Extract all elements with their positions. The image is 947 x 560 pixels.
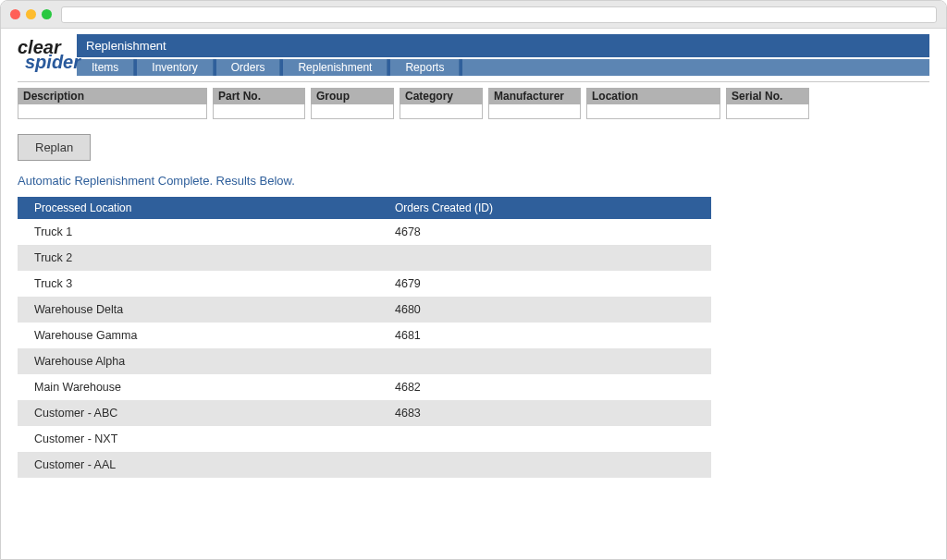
table-row: Customer - NXT <box>18 426 711 452</box>
filter-description: Description <box>18 88 207 119</box>
filter-row: DescriptionPart No.GroupCategoryManufact… <box>18 88 929 119</box>
menu-item-reports[interactable]: Reports <box>390 59 460 76</box>
maximize-icon[interactable] <box>42 9 52 19</box>
cell-location: Truck 1 <box>18 219 378 245</box>
cell-order-id <box>378 452 711 478</box>
filter-location: Location <box>586 88 720 119</box>
table-row: Truck 34679 <box>18 271 711 297</box>
table-row: Warehouse Alpha <box>18 348 711 374</box>
filter-label: Serial No. <box>726 88 809 104</box>
cell-order-id: 4683 <box>378 400 711 426</box>
menu-bar: ItemsInventoryOrdersReplenishmentReports <box>77 59 929 76</box>
cell-location: Main Warehouse <box>18 374 378 400</box>
logo-line2: spider <box>25 55 80 70</box>
filter-serial-no-: Serial No. <box>726 88 809 119</box>
filter-manufacturer: Manufacturer <box>488 88 581 119</box>
cell-location: Truck 2 <box>18 245 378 271</box>
menu-item-replenishment[interactable]: Replenishment <box>283 59 387 76</box>
filter-label: Location <box>586 88 720 104</box>
menu-fill <box>462 59 929 76</box>
table-row: Warehouse Delta4680 <box>18 297 711 323</box>
filter-input[interactable] <box>726 104 809 119</box>
url-bar[interactable] <box>61 6 937 23</box>
cell-order-id <box>378 348 711 374</box>
status-message: Automatic Replenishment Complete. Result… <box>18 174 929 188</box>
close-icon[interactable] <box>10 9 20 19</box>
cell-location: Truck 3 <box>18 271 378 297</box>
col-header-location: Processed Location <box>18 197 378 219</box>
nav: Replenishment ItemsInventoryOrdersReplen… <box>77 34 929 76</box>
filter-input[interactable] <box>488 104 581 119</box>
filter-input[interactable] <box>213 104 305 119</box>
cell-order-id: 4678 <box>378 219 711 245</box>
menu-item-items[interactable]: Items <box>77 59 134 76</box>
browser-chrome <box>1 1 946 29</box>
cell-order-id: 4681 <box>378 323 711 348</box>
cell-location: Warehouse Alpha <box>18 348 378 374</box>
cell-order-id: 4680 <box>378 297 711 323</box>
cell-order-id: 4679 <box>378 271 711 297</box>
filter-label: Category <box>400 88 483 104</box>
cell-order-id: 4682 <box>378 374 711 400</box>
menu-item-inventory[interactable]: Inventory <box>137 59 213 76</box>
page-content: clear spider Replenishment ItemsInventor… <box>1 29 946 559</box>
replan-button[interactable]: Replan <box>18 134 91 161</box>
table-row: Customer - AAL <box>18 452 711 478</box>
cell-order-id <box>378 426 711 452</box>
divider <box>18 81 929 82</box>
cell-location: Customer - AAL <box>18 452 378 478</box>
table-row: Truck 14678 <box>18 219 711 245</box>
filter-category: Category <box>400 88 483 119</box>
cell-location: Customer - NXT <box>18 426 378 452</box>
filter-label: Description <box>18 88 207 104</box>
results-table: Processed Location Orders Created (ID) T… <box>18 197 711 478</box>
filter-group: Group <box>311 88 394 119</box>
filter-input[interactable] <box>311 104 394 119</box>
filter-input[interactable] <box>400 104 483 119</box>
window-controls <box>10 9 52 19</box>
filter-label: Group <box>311 88 394 104</box>
cell-location: Customer - ABC <box>18 400 378 426</box>
minimize-icon[interactable] <box>26 9 36 19</box>
page-title: Replenishment <box>77 34 929 57</box>
topbar: clear spider Replenishment ItemsInventor… <box>18 34 929 76</box>
table-row: Warehouse Gamma4681 <box>18 323 711 348</box>
filter-input[interactable] <box>586 104 720 119</box>
filter-input[interactable] <box>18 104 207 119</box>
cell-order-id <box>378 245 711 271</box>
filter-label: Manufacturer <box>488 88 581 104</box>
table-row: Main Warehouse4682 <box>18 374 711 400</box>
table-row: Customer - ABC4683 <box>18 400 711 426</box>
cell-location: Warehouse Delta <box>18 297 378 323</box>
table-body: Truck 14678Truck 2Truck 34679Warehouse D… <box>18 219 711 478</box>
table-row: Truck 2 <box>18 245 711 271</box>
filter-label: Part No. <box>213 88 305 104</box>
menu-item-orders[interactable]: Orders <box>216 59 281 76</box>
logo: clear spider <box>18 34 73 76</box>
col-header-order: Orders Created (ID) <box>378 197 711 219</box>
browser-frame: clear spider Replenishment ItemsInventor… <box>0 0 947 560</box>
filter-part-no-: Part No. <box>213 88 305 119</box>
table-header-row: Processed Location Orders Created (ID) <box>18 197 711 219</box>
cell-location: Warehouse Gamma <box>18 323 378 348</box>
